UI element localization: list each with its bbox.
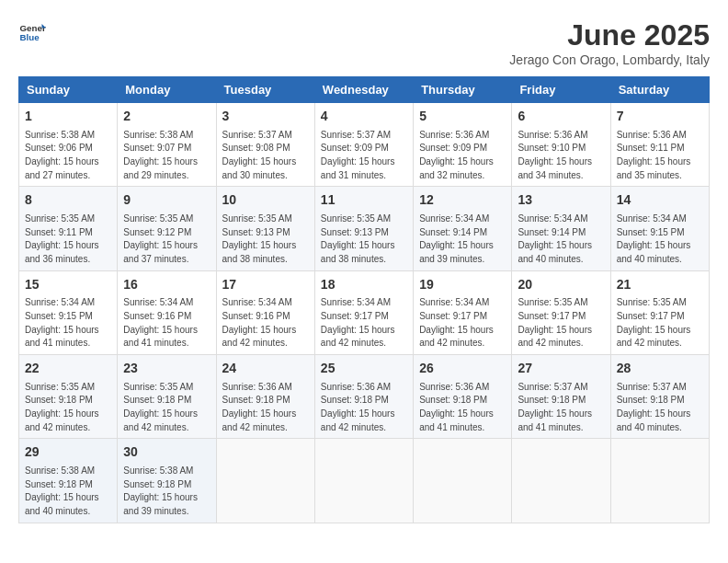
week-row-1: 1 Sunrise: 5:38 AMSunset: 9:06 PMDayligh… (19, 103, 710, 187)
day-number: 7 (617, 108, 703, 126)
week-row-5: 29 Sunrise: 5:38 AMSunset: 9:18 PMDaylig… (19, 439, 710, 523)
calendar-title: June 2025 (509, 18, 710, 52)
table-cell: 12 Sunrise: 5:34 AMSunset: 9:14 PMDaylig… (414, 187, 512, 270)
header-saturday: Saturday (610, 77, 709, 103)
day-number: 26 (419, 360, 506, 378)
day-number: 1 (25, 108, 111, 126)
header-tuesday: Tuesday (216, 77, 314, 103)
page-header: General Blue June 2025 Jerago Con Orago,… (18, 18, 710, 67)
table-cell: 16 Sunrise: 5:34 AMSunset: 9:16 PMDaylig… (118, 270, 216, 354)
title-area: June 2025 Jerago Con Orago, Lombardy, It… (509, 18, 710, 67)
table-cell: 27 Sunrise: 5:37 AMSunset: 9:18 PMDaylig… (512, 355, 610, 439)
header-sunday: Sunday (19, 77, 118, 103)
day-info: Sunrise: 5:34 AMSunset: 9:16 PMDaylight:… (123, 297, 198, 348)
table-cell: 15 Sunrise: 5:34 AMSunset: 9:15 PMDaylig… (19, 270, 118, 354)
day-info: Sunrise: 5:36 AMSunset: 9:18 PMDaylight:… (321, 382, 395, 432)
day-number: 17 (222, 276, 309, 294)
day-info: Sunrise: 5:36 AMSunset: 9:18 PMDaylight:… (419, 382, 494, 432)
table-cell: 21 Sunrise: 5:35 AMSunset: 9:17 PMDaylig… (610, 270, 709, 354)
day-number: 13 (518, 191, 604, 210)
day-info: Sunrise: 5:38 AMSunset: 9:18 PMDaylight:… (25, 465, 99, 516)
day-info: Sunrise: 5:35 AMSunset: 9:12 PMDaylight:… (123, 213, 198, 264)
table-cell: 10 Sunrise: 5:35 AMSunset: 9:13 PMDaylig… (216, 187, 314, 270)
day-info: Sunrise: 5:34 AMSunset: 9:15 PMDaylight:… (617, 213, 691, 264)
week-row-4: 22 Sunrise: 5:35 AMSunset: 9:18 PMDaylig… (19, 355, 710, 439)
day-info: Sunrise: 5:34 AMSunset: 9:14 PMDaylight:… (419, 213, 494, 264)
day-number: 15 (25, 276, 111, 294)
day-info: Sunrise: 5:34 AMSunset: 9:15 PMDaylight:… (25, 297, 99, 348)
table-cell: 20 Sunrise: 5:35 AMSunset: 9:17 PMDaylig… (512, 270, 610, 354)
week-row-3: 15 Sunrise: 5:34 AMSunset: 9:15 PMDaylig… (19, 270, 710, 354)
week-row-2: 8 Sunrise: 5:35 AMSunset: 9:11 PMDayligh… (19, 187, 710, 270)
table-cell: 3 Sunrise: 5:37 AMSunset: 9:08 PMDayligh… (216, 103, 314, 187)
day-info: Sunrise: 5:36 AMSunset: 9:11 PMDaylight:… (617, 130, 691, 180)
day-info: Sunrise: 5:38 AMSunset: 9:06 PMDaylight:… (25, 130, 99, 180)
day-number: 3 (222, 108, 309, 126)
table-cell: 9 Sunrise: 5:35 AMSunset: 9:12 PMDayligh… (118, 187, 216, 270)
day-number: 9 (123, 191, 210, 210)
table-cell: 17 Sunrise: 5:34 AMSunset: 9:16 PMDaylig… (216, 270, 314, 354)
header-thursday: Thursday (414, 77, 512, 103)
table-cell: 13 Sunrise: 5:34 AMSunset: 9:14 PMDaylig… (512, 187, 610, 270)
day-info: Sunrise: 5:36 AMSunset: 9:18 PMDaylight:… (222, 382, 297, 432)
day-number: 12 (419, 191, 506, 210)
table-cell: 6 Sunrise: 5:36 AMSunset: 9:10 PMDayligh… (512, 103, 610, 187)
day-info: Sunrise: 5:36 AMSunset: 9:09 PMDaylight:… (419, 130, 494, 180)
table-cell: 18 Sunrise: 5:34 AMSunset: 9:17 PMDaylig… (314, 270, 413, 354)
table-cell: 30 Sunrise: 5:38 AMSunset: 9:18 PMDaylig… (118, 439, 216, 523)
logo: General Blue (18, 18, 46, 46)
day-info: Sunrise: 5:36 AMSunset: 9:10 PMDaylight:… (518, 130, 592, 180)
table-cell: 24 Sunrise: 5:36 AMSunset: 9:18 PMDaylig… (216, 355, 314, 439)
day-info: Sunrise: 5:37 AMSunset: 9:09 PMDaylight:… (321, 130, 395, 180)
day-number: 8 (25, 191, 111, 210)
day-info: Sunrise: 5:38 AMSunset: 9:07 PMDaylight:… (123, 130, 198, 180)
day-number: 27 (518, 360, 604, 378)
table-cell: 7 Sunrise: 5:36 AMSunset: 9:11 PMDayligh… (610, 103, 709, 187)
header-wednesday: Wednesday (314, 77, 413, 103)
calendar-subtitle: Jerago Con Orago, Lombardy, Italy (509, 52, 710, 67)
day-info: Sunrise: 5:37 AMSunset: 9:08 PMDaylight:… (222, 130, 297, 180)
day-info: Sunrise: 5:35 AMSunset: 9:13 PMDaylight:… (321, 213, 395, 264)
table-cell: 26 Sunrise: 5:36 AMSunset: 9:18 PMDaylig… (414, 355, 512, 439)
day-info: Sunrise: 5:35 AMSunset: 9:18 PMDaylight:… (25, 382, 99, 432)
day-number: 10 (222, 191, 309, 210)
table-cell (610, 439, 709, 523)
day-number: 18 (321, 276, 407, 294)
day-number: 21 (617, 276, 703, 294)
day-info: Sunrise: 5:35 AMSunset: 9:17 PMDaylight:… (617, 297, 691, 348)
day-info: Sunrise: 5:34 AMSunset: 9:17 PMDaylight:… (419, 297, 494, 348)
day-number: 4 (321, 108, 407, 126)
day-info: Sunrise: 5:38 AMSunset: 9:18 PMDaylight:… (123, 465, 198, 516)
table-cell: 5 Sunrise: 5:36 AMSunset: 9:09 PMDayligh… (414, 103, 512, 187)
day-info: Sunrise: 5:34 AMSunset: 9:16 PMDaylight:… (222, 297, 297, 348)
day-info: Sunrise: 5:34 AMSunset: 9:14 PMDaylight:… (518, 213, 592, 264)
table-cell: 29 Sunrise: 5:38 AMSunset: 9:18 PMDaylig… (19, 439, 118, 523)
table-cell: 14 Sunrise: 5:34 AMSunset: 9:15 PMDaylig… (610, 187, 709, 270)
table-cell: 4 Sunrise: 5:37 AMSunset: 9:09 PMDayligh… (314, 103, 413, 187)
day-info: Sunrise: 5:35 AMSunset: 9:18 PMDaylight:… (123, 382, 198, 432)
table-cell: 1 Sunrise: 5:38 AMSunset: 9:06 PMDayligh… (19, 103, 118, 187)
day-number: 2 (123, 108, 210, 126)
weekday-header-row: Sunday Monday Tuesday Wednesday Thursday… (19, 77, 710, 103)
day-number: 11 (321, 191, 407, 210)
day-number: 14 (617, 191, 703, 210)
table-cell: 8 Sunrise: 5:35 AMSunset: 9:11 PMDayligh… (19, 187, 118, 270)
table-cell: 11 Sunrise: 5:35 AMSunset: 9:13 PMDaylig… (314, 187, 413, 270)
day-info: Sunrise: 5:34 AMSunset: 9:17 PMDaylight:… (321, 297, 395, 348)
day-number: 23 (123, 360, 210, 378)
day-number: 24 (222, 360, 309, 378)
table-cell: 23 Sunrise: 5:35 AMSunset: 9:18 PMDaylig… (118, 355, 216, 439)
table-cell: 25 Sunrise: 5:36 AMSunset: 9:18 PMDaylig… (314, 355, 413, 439)
day-number: 25 (321, 360, 407, 378)
table-cell: 22 Sunrise: 5:35 AMSunset: 9:18 PMDaylig… (19, 355, 118, 439)
day-number: 22 (25, 360, 111, 378)
day-info: Sunrise: 5:35 AMSunset: 9:17 PMDaylight:… (518, 297, 592, 348)
day-info: Sunrise: 5:35 AMSunset: 9:13 PMDaylight:… (222, 213, 297, 264)
table-cell (216, 439, 314, 523)
day-number: 16 (123, 276, 210, 294)
table-cell (512, 439, 610, 523)
day-number: 5 (419, 108, 506, 126)
calendar-table: Sunday Monday Tuesday Wednesday Thursday… (18, 76, 710, 523)
day-info: Sunrise: 5:37 AMSunset: 9:18 PMDaylight:… (518, 382, 592, 432)
day-number: 28 (617, 360, 703, 378)
